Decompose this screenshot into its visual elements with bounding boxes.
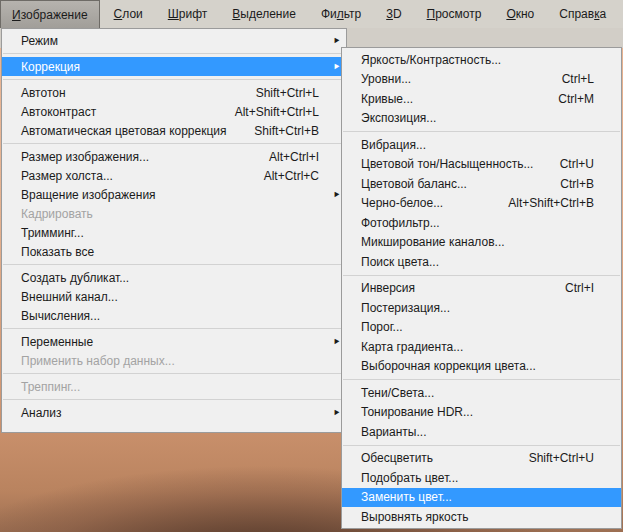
menu-item[interactable]: Уровни...Ctrl+L► [342, 70, 621, 90]
menu-item[interactable]: Микширование каналов...► [342, 233, 621, 253]
menu-item[interactable]: Переменные► [2, 332, 346, 351]
menu-item-label: Яркость/Контрастность... [361, 53, 501, 67]
menubar-item[interactable]: 3D [375, 0, 412, 28]
menu-item-label: Экспозиция... [361, 111, 436, 125]
menu-item[interactable]: Вычисления...► [2, 306, 346, 325]
menubar-item-label: а [599, 7, 606, 21]
menu-item[interactable]: Создать дубликат...► [2, 268, 346, 287]
menu-item[interactable]: Тримминг...► [2, 223, 346, 242]
menu-item[interactable]: Показать все► [2, 242, 346, 261]
menu-item-label: Применить набор данных... [21, 354, 175, 368]
menu-item-shortcut: Alt+Ctrl+C [264, 169, 330, 183]
menubar-item-mnemonic: В [232, 7, 240, 21]
menu-item[interactable]: Размер холста...Alt+Ctrl+C► [2, 166, 346, 185]
menu-item[interactable]: Варианты...► [342, 422, 621, 442]
menubar: ИзображениеСлоиШрифтВыделениеФильтр3DПро… [0, 0, 623, 28]
menu-item[interactable]: Применить набор данных...► [2, 351, 346, 370]
menu-item-label: Инверсия [361, 281, 415, 295]
menu-item[interactable]: Автоматическая цветовая коррекцияShift+C… [2, 121, 346, 140]
menu-item[interactable]: Тонирование HDR...► [342, 403, 621, 423]
menu-item-shortcut: Ctrl+M [558, 92, 605, 106]
menu-item[interactable]: Постеризация...► [342, 298, 621, 318]
menu-item-label: Обесцветить [361, 451, 433, 465]
menu-separator [2, 370, 346, 377]
menu-item[interactable]: Вибрация...► [342, 135, 621, 155]
menu-item-label: Карта градиента... [361, 340, 463, 354]
menubar-item-mnemonic: л [337, 7, 344, 21]
menu-item-label: Коррекция [21, 60, 80, 74]
menu-separator [2, 325, 346, 332]
menu-item[interactable]: Вращение изображения► [2, 185, 346, 204]
menu-item-label: Кадрировать [21, 207, 93, 221]
submenu-arrow-icon: ► [330, 62, 341, 71]
menu-separator [342, 128, 621, 135]
menubar-item[interactable]: Изображение [0, 0, 100, 28]
menu-item[interactable]: Карта градиента...► [342, 337, 621, 357]
menubar-item-label: рифт [179, 7, 207, 21]
menu-item[interactable]: Цветовой баланс...Ctrl+B► [342, 174, 621, 194]
menu-item[interactable]: ИнверсияCtrl+I► [342, 279, 621, 299]
menu-item[interactable]: Подобрать цвет...► [342, 468, 621, 488]
menubar-item-label: Справ [559, 7, 594, 21]
menu-item[interactable]: Яркость/Контрастность...► [342, 50, 621, 70]
menu-item[interactable]: Фотофильтр...► [342, 213, 621, 233]
menu-item[interactable]: ОбесцветитьShift+Ctrl+U► [342, 449, 621, 469]
menu-item[interactable]: Коррекция► [2, 57, 346, 76]
menu-item-shortcut: Shift+Ctrl+B [254, 124, 330, 138]
menubar-item[interactable]: Выделение [221, 0, 307, 28]
menu-item[interactable]: Размер изображения...Alt+Ctrl+I► [2, 147, 346, 166]
menubar-item-mnemonic: Ш [168, 7, 179, 21]
menu-item-label: Треппинг... [21, 380, 80, 394]
menu-item-label: Порог... [361, 320, 403, 334]
submenu-arrow-icon: ► [330, 36, 341, 45]
menu-separator [2, 50, 346, 57]
menu-item[interactable]: Кадрировать► [2, 204, 346, 223]
menu-item-label: Автоматическая цветовая коррекция [21, 124, 227, 138]
menu-item[interactable]: Выборочная коррекция цвета...► [342, 357, 621, 377]
menubar-item-label: росмотр [435, 7, 481, 21]
menubar-item-mnemonic: 3 [386, 7, 393, 21]
menu-item-label: Уровни... [361, 72, 411, 86]
menu-item[interactable]: Треппинг...► [2, 377, 346, 396]
menu-item[interactable]: Цветовой тон/Насыщенность...Ctrl+U► [342, 155, 621, 175]
menu-item-shortcut: Shift+Ctrl+L [256, 86, 330, 100]
menubar-item-mnemonic: О [506, 7, 515, 21]
menu-item[interactable]: Кривые...Ctrl+M► [342, 89, 621, 109]
menu-item[interactable]: Выровнять яркость► [342, 507, 621, 527]
menu-item[interactable]: Заменить цвет...► [342, 488, 621, 508]
menu-item[interactable]: АвтотонShift+Ctrl+L► [2, 83, 346, 102]
menubar-item[interactable]: Шрифт [157, 0, 218, 28]
menu-item[interactable]: Порог...► [342, 318, 621, 338]
menubar-item[interactable]: Слои [103, 0, 154, 28]
submenu-arrow-icon: ► [330, 190, 341, 199]
menu-item-shortcut: Shift+Ctrl+U [529, 451, 605, 465]
menu-item-label: Подобрать цвет... [361, 471, 458, 485]
menubar-item[interactable]: Окно [495, 0, 545, 28]
menu-item[interactable]: Анализ► [2, 403, 346, 422]
menubar-item[interactable]: Просмотр [416, 0, 493, 28]
menu-item-label: Поиск цвета... [361, 255, 439, 269]
menubar-item-label: D [393, 7, 402, 21]
menu-item[interactable]: Внешний канал...► [2, 287, 346, 306]
menu-item[interactable]: Экспозиция...► [342, 109, 621, 129]
menu-item-label: Вибрация... [361, 138, 426, 152]
menu-separator [2, 76, 346, 83]
menubar-item-label: зображение [21, 8, 88, 22]
menu-separator [342, 376, 621, 383]
menu-item-label: Выборочная коррекция цвета... [361, 359, 536, 373]
menubar-item[interactable]: Фильтр [310, 0, 372, 28]
menu-separator [2, 396, 346, 403]
menu-item[interactable]: Поиск цвета...► [342, 252, 621, 272]
menu-item[interactable]: Режим► [2, 31, 346, 50]
menu-item-label: Варианты... [361, 425, 426, 439]
menu-item-label: Вычисления... [21, 309, 100, 323]
menu-item[interactable]: Черно-белое...Alt+Shift+Ctrl+B► [342, 194, 621, 214]
menu-separator [2, 140, 346, 147]
menu-item-shortcut: Ctrl+L [562, 72, 605, 86]
menu-item[interactable]: АвтоконтрастAlt+Shift+Ctrl+L► [2, 102, 346, 121]
menu-item-label: Размер изображения... [21, 150, 149, 164]
menubar-item[interactable]: Справка [548, 0, 617, 28]
menu-item[interactable]: Тени/Света...► [342, 383, 621, 403]
menu-item-label: Тонирование HDR... [361, 405, 473, 419]
menubar-item-label: ыделение [240, 7, 296, 21]
